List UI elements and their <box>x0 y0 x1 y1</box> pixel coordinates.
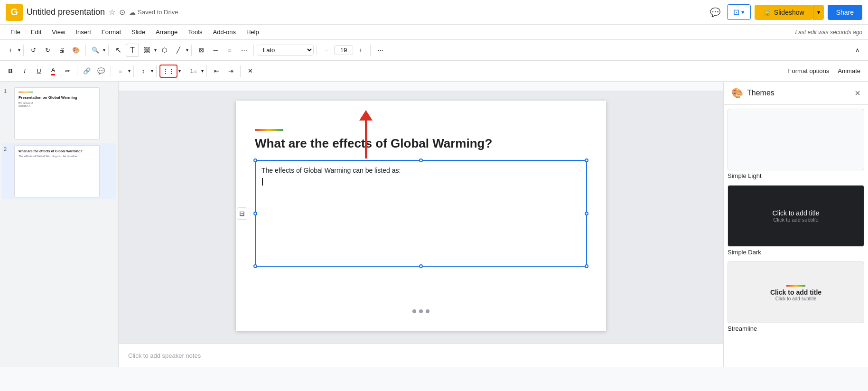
slide-dot-2[interactable] <box>419 309 423 313</box>
slideshow-button[interactable]: 🔒 Slideshow <box>755 5 813 20</box>
doc-title[interactable]: Untitled presentation <box>27 7 105 17</box>
text-box-button[interactable]: T <box>126 44 139 57</box>
background-button[interactable]: ⊠ <box>195 44 208 57</box>
menu-file[interactable]: File <box>6 27 25 37</box>
cloud-icon: ☁ <box>129 9 136 16</box>
bullet-list-icon: ⋮⋮ <box>162 67 175 74</box>
slide-dot-1[interactable] <box>412 309 416 313</box>
handle-bot-left[interactable] <box>253 264 257 268</box>
comment-button[interactable]: 💬 <box>707 4 723 20</box>
indent-less-button[interactable]: ⇤ <box>210 65 223 78</box>
font-size-input[interactable] <box>334 45 353 55</box>
align-text-button[interactable]: ⊟ <box>237 207 247 220</box>
saved-status: ☁ Saved to Drive <box>129 9 178 16</box>
menu-arrange[interactable]: Arrange <box>151 27 182 37</box>
slide-thumbnail-1[interactable]: Presentation on Global Warming By Group … <box>14 87 100 140</box>
add-button[interactable]: + <box>4 44 17 57</box>
numbered-list-button[interactable]: 1≡ <box>187 65 200 78</box>
present-mode-button[interactable]: ⊡ ▾ <box>727 4 751 20</box>
handle-bot-right[interactable] <box>585 264 588 268</box>
handle-mid-left[interactable] <box>253 212 257 215</box>
menu-slide[interactable]: Slide <box>127 27 150 37</box>
format-options-button[interactable]: Format options <box>784 65 833 78</box>
menu-addons[interactable]: Add-ons <box>208 27 241 37</box>
select-button[interactable]: ↖ <box>112 44 125 57</box>
highlight-button[interactable]: ✏ <box>61 65 74 78</box>
slide-item-1[interactable]: 1 Presentation on Global Warming By Grou… <box>2 85 116 141</box>
themes-close-button[interactable]: × <box>855 88 860 99</box>
redo-button[interactable]: ↻ <box>41 44 54 57</box>
dark-preview-title: Click to add title <box>773 209 820 217</box>
text-color-button[interactable]: A <box>47 65 60 78</box>
underline-button[interactable]: U <box>32 65 46 78</box>
font-size-decrease-button[interactable]: − <box>320 44 333 57</box>
paint-format-button[interactable]: 🎨 <box>69 44 83 57</box>
main-layout: 1 Presentation on Global Warming By Grou… <box>0 82 868 367</box>
print-button[interactable]: 🖨 <box>55 44 68 57</box>
clear-format-button[interactable]: ✕ <box>243 65 257 78</box>
line-spacing-button[interactable]: ↕ <box>137 65 150 78</box>
theme-streamline[interactable]: Click to add title Click to add subtitle… <box>728 261 864 334</box>
slide-thumbnail-2[interactable]: What are the effects of Global Warming? … <box>14 145 100 197</box>
handle-top-right[interactable] <box>585 158 588 162</box>
menu-bar: File Edit View Insert Format Slide Arran… <box>0 25 868 40</box>
shape-button[interactable]: ⬡ <box>158 44 171 57</box>
separator-8 <box>77 65 77 77</box>
more-options-button[interactable]: ⋯ <box>373 44 387 57</box>
handle-mid-right[interactable] <box>585 212 588 215</box>
menu-edit[interactable]: Edit <box>26 27 46 37</box>
theme-simple-dark[interactable]: Click to add title Click to add subtitle… <box>728 185 864 258</box>
image-button[interactable]: 🖼 <box>140 44 153 57</box>
comment-inline-button[interactable]: 💬 <box>94 65 108 78</box>
border-color-button[interactable]: ─ <box>209 44 222 57</box>
speaker-notes[interactable]: Click to add speaker notes <box>119 344 723 367</box>
streamline-preview-title: Click to add title <box>770 289 821 296</box>
slide2-thumb-title: What are the effects of Global Warming? <box>19 149 95 153</box>
theme-simple-light-label: Simple Light <box>728 170 864 181</box>
handle-top-center[interactable] <box>419 158 423 162</box>
lock-icon: 🔒 <box>763 9 771 16</box>
separator-1 <box>23 45 24 56</box>
indent-more-button[interactable]: ⇥ <box>224 65 237 78</box>
menu-tools[interactable]: Tools <box>183 27 207 37</box>
undo-button[interactable]: ↺ <box>27 44 40 57</box>
share-button[interactable]: Share <box>828 5 862 20</box>
zoom-button[interactable]: 🔍 <box>89 44 102 57</box>
separator-11 <box>156 65 157 77</box>
bold-button[interactable]: B <box>4 65 17 78</box>
slide-heading[interactable]: What are the effects of Global Warming? <box>255 136 492 151</box>
collapse-toolbar-button[interactable]: ∧ <box>851 44 864 57</box>
handle-bot-center[interactable] <box>419 264 423 268</box>
theme-streamline-preview: Click to add title Click to add subtitle <box>728 261 864 323</box>
slide-dot-3[interactable] <box>426 309 429 313</box>
menu-insert[interactable]: Insert <box>71 27 96 37</box>
link-button[interactable]: 🔗 <box>80 65 93 78</box>
streamline-content: Click to add title Click to add subtitle <box>770 283 821 301</box>
border-weight-button[interactable]: ≡ <box>223 44 236 57</box>
theme-simple-light[interactable]: Simple Light <box>728 109 864 181</box>
border-dash-button[interactable]: ⋯ <box>237 44 251 57</box>
animate-button[interactable]: Animate <box>834 65 864 78</box>
italic-button[interactable]: I <box>18 65 31 78</box>
drive-icon[interactable]: ⊙ <box>119 8 125 17</box>
font-size-increase-button[interactable]: + <box>354 44 367 57</box>
highlight-icon: ✏ <box>65 67 70 74</box>
title-area: Untitled presentation ☆ ⊙ ☁ Saved to Dri… <box>27 7 703 17</box>
bullet-list-button[interactable]: ⋮⋮ <box>159 65 177 78</box>
menu-help[interactable]: Help <box>242 27 264 37</box>
slideshow-dropdown-button[interactable]: ▾ <box>813 5 824 20</box>
menu-format[interactable]: Format <box>97 27 126 37</box>
handle-top-left[interactable] <box>253 158 257 162</box>
font-selector[interactable]: Lato <box>257 45 314 56</box>
line-button[interactable]: ╱ <box>172 44 185 57</box>
menu-view[interactable]: View <box>47 27 70 37</box>
text-box[interactable]: The effects of Global Warming can be lis… <box>255 160 587 267</box>
slide-item-2[interactable]: 2 What are the effects of Global Warming… <box>2 143 116 199</box>
slide-canvas[interactable]: What are the effects of Global Warming? … <box>236 101 606 331</box>
horizontal-ruler <box>119 82 723 91</box>
align-button[interactable]: ≡ <box>114 65 127 78</box>
annotation-arrow <box>359 110 373 158</box>
star-icon[interactable]: ☆ <box>109 8 115 17</box>
slide-thumb-title-1: Presentation on Global Warming <box>19 95 95 100</box>
theme-simple-dark-label: Simple Dark <box>728 247 864 258</box>
